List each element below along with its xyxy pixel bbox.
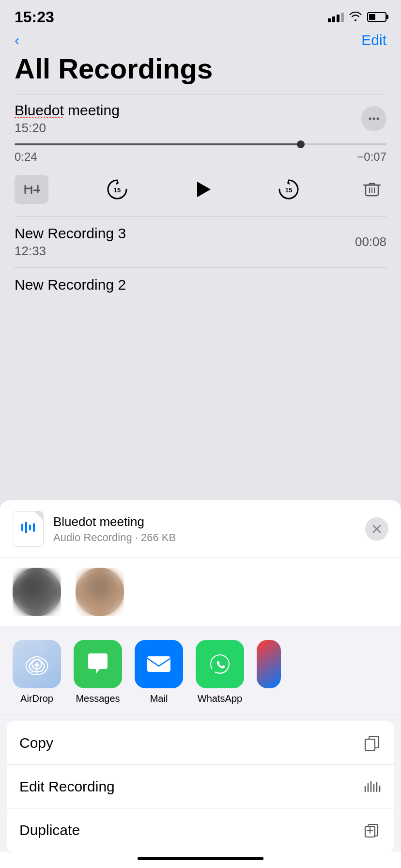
skip-forward-button[interactable]: 15 — [272, 172, 306, 206]
share-file-meta: Audio Recording · 266 KB — [53, 531, 176, 544]
progress-current: 0:24 — [15, 150, 37, 164]
app-icons-row: AirDrop Messages Mail — [0, 626, 401, 714]
recording-time-2: 12:33 — [15, 244, 126, 259]
recording-name-1: Bluedot meeting — [15, 102, 120, 119]
equalizer-button[interactable] — [15, 175, 48, 204]
share-sheet: Bluedot meeting Audio Recording · 266 KB — [0, 500, 401, 868]
svg-point-2 — [377, 117, 379, 120]
svg-rect-15 — [21, 524, 23, 531]
share-messages[interactable]: Messages — [74, 640, 122, 704]
wifi-icon — [349, 11, 362, 23]
svg-rect-22 — [147, 656, 170, 672]
share-file-name: Bluedot meeting — [53, 514, 176, 529]
progress-fill — [15, 143, 301, 145]
status-bar: 15:23 — [0, 0, 401, 27]
page-title: All Recordings — [15, 53, 386, 84]
mail-label: Mail — [150, 693, 168, 704]
recording-item-expanded: Bluedot meeting 15:20 0:24 −0 — [0, 94, 401, 216]
svg-rect-18 — [33, 523, 35, 532]
duplicate-action[interactable]: Duplicate — [7, 808, 394, 852]
copy-icon — [362, 733, 382, 753]
playback-controls: 15 15 — [15, 168, 386, 216]
delete-button-1[interactable] — [357, 175, 386, 204]
duplicate-label: Duplicate — [19, 822, 80, 838]
progress-thumb — [297, 140, 305, 148]
home-indicator — [0, 852, 401, 868]
svg-marker-9 — [197, 182, 211, 197]
recording-duration-2: 00:08 — [355, 234, 386, 249]
skip-back-button[interactable]: 15 — [100, 172, 134, 206]
action-list: Copy Edit Recording — [7, 721, 394, 852]
progress-track[interactable] — [15, 143, 386, 145]
share-close-button[interactable] — [365, 517, 388, 541]
file-wave-icon — [19, 519, 37, 540]
duplicate-icon — [362, 821, 382, 840]
svg-text:15: 15 — [285, 186, 292, 194]
contact-avatar-2[interactable] — [76, 568, 124, 616]
svg-rect-16 — [25, 522, 27, 533]
airdrop-label: AirDrop — [20, 693, 53, 704]
recordings-list: Bluedot meeting 15:20 0:24 −0 — [0, 94, 401, 295]
messages-label: Messages — [76, 693, 120, 704]
file-icon — [13, 511, 44, 547]
recording-item-3[interactable]: New Recording 2 — [0, 268, 401, 295]
recording-name-3: New Recording 2 — [15, 277, 126, 293]
recording-time-1: 15:20 — [15, 121, 120, 136]
edit-recording-icon — [362, 777, 382, 796]
copy-action[interactable]: Copy — [7, 721, 394, 765]
contact-avatar-1[interactable] — [13, 568, 61, 616]
battery-icon — [367, 12, 386, 22]
file-preview: Bluedot meeting Audio Recording · 266 KB — [0, 500, 401, 558]
status-time: 15:23 — [15, 8, 54, 26]
back-button[interactable]: ‹ — [15, 32, 19, 48]
progress-times: 0:24 −0:07 — [15, 150, 386, 164]
edit-button[interactable]: Edit — [361, 32, 386, 48]
status-icons — [328, 11, 386, 23]
page-title-section: All Recordings — [0, 53, 401, 94]
svg-rect-25 — [365, 739, 375, 751]
copy-label: Copy — [19, 735, 53, 751]
svg-point-0 — [369, 117, 371, 120]
progress-section: 0:24 −0:07 — [15, 136, 386, 168]
edit-recording-action[interactable]: Edit Recording — [7, 765, 394, 808]
progress-remaining: −0:07 — [357, 150, 386, 164]
home-bar — [138, 857, 263, 860]
svg-marker-21 — [34, 662, 40, 666]
share-airdrop[interactable]: AirDrop — [13, 640, 61, 704]
share-sheet-overlay: Bluedot meeting Audio Recording · 266 KB — [0, 500, 401, 868]
nav-bar: ‹ Edit — [0, 27, 401, 53]
share-mail[interactable]: Mail — [135, 640, 183, 704]
signal-bars-icon — [328, 12, 344, 22]
edit-recording-label: Edit Recording — [19, 778, 115, 795]
svg-rect-17 — [29, 525, 31, 530]
svg-text:15: 15 — [114, 186, 121, 194]
recording-item-2[interactable]: New Recording 3 12:33 00:08 — [0, 217, 401, 267]
more-button-1[interactable] — [361, 106, 386, 131]
recording-name-2: New Recording 3 — [15, 225, 126, 242]
contacts-row — [0, 558, 401, 626]
whatsapp-label: WhatsApp — [198, 693, 242, 704]
share-whatsapp[interactable]: WhatsApp — [196, 640, 244, 704]
share-app-partial — [257, 640, 281, 704]
svg-point-1 — [373, 117, 375, 120]
play-button[interactable] — [186, 172, 220, 206]
